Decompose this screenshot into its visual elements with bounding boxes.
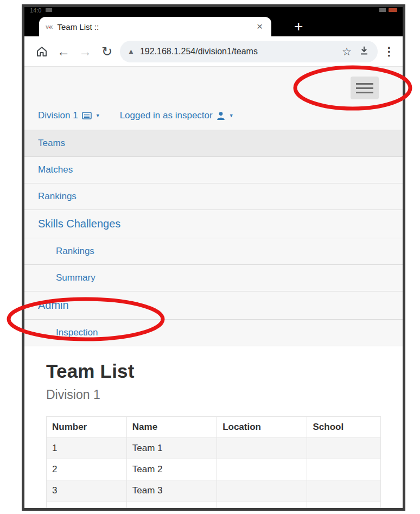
new-tab-button[interactable]: + — [294, 19, 303, 34]
menu-item-label[interactable]: Skills Challenges — [38, 218, 120, 230]
menu-item-admin[interactable]: Admin — [24, 291, 403, 319]
address-bar[interactable]: ▲ 192.168.1.254/division1/teams ☆ — [120, 41, 378, 62]
menu-item-skills-challenges[interactable]: Skills Challenges — [24, 210, 403, 238]
menu-item-label[interactable]: Inspection — [56, 327, 98, 338]
home-button[interactable] — [31, 45, 53, 58]
phone-screen-frame: 14:0 v▪x Team List :: × + ← → ↻ ▲ 192.16… — [22, 4, 405, 511]
menu-item-label[interactable]: Admin — [38, 299, 69, 311]
user-icon — [217, 111, 225, 120]
not-secure-warning-icon[interactable]: ▲ — [128, 47, 135, 55]
table-cell: Team 2 — [126, 459, 217, 480]
chevron-down-icon: ▼ — [229, 113, 234, 118]
table-cell — [307, 480, 381, 502]
page-title: Team List — [46, 360, 381, 382]
download-button[interactable] — [358, 45, 370, 59]
menu-item-label[interactable]: Rankings — [56, 246, 94, 256]
browser-menu-button[interactable]: ⋮ — [382, 45, 396, 58]
browser-tab[interactable]: v▪x Team List :: × — [39, 17, 271, 36]
table-cell — [307, 438, 381, 459]
back-button[interactable]: ← — [53, 45, 74, 58]
table-cell — [307, 502, 381, 511]
page-content: Division 1 ▼ Logged in as inspector ▼ Te… — [24, 67, 403, 511]
table-row: 1Team 1 — [47, 438, 381, 459]
page-subtitle: Division 1 — [46, 388, 381, 402]
hamburger-icon — [356, 83, 373, 85]
status-time: 14:0 — [30, 7, 41, 14]
menu-item-summary[interactable]: Summary — [24, 264, 403, 291]
column-header-school: School — [307, 417, 381, 438]
team-table: NumberNameLocationSchool 1Team 12Team 23… — [46, 416, 381, 511]
reload-button[interactable]: ↻ — [96, 45, 118, 58]
table-cell: 3 — [47, 480, 127, 502]
table-cell — [217, 502, 307, 511]
table-body: 1Team 12Team 23Team 34Team 45Team 5 — [47, 438, 381, 511]
table-cell: 1 — [47, 438, 127, 459]
nav-menu: TeamsMatchesRankingsSkills ChallengesRan… — [24, 130, 403, 346]
table-cell — [217, 438, 307, 459]
menu-item-matches[interactable]: Matches — [24, 156, 403, 183]
division-list-icon — [82, 112, 92, 119]
logged-in-label: Logged in as inspector — [120, 110, 213, 121]
top-nav: Division 1 ▼ Logged in as inspector ▼ — [24, 99, 403, 130]
url-text[interactable]: 192.168.1.254/division1/teams — [140, 47, 339, 56]
menu-item-label[interactable]: Matches — [38, 164, 73, 175]
status-bar: 14:0 — [24, 7, 403, 15]
home-icon — [35, 45, 48, 58]
menu-item-inspection[interactable]: Inspection — [24, 319, 403, 346]
download-icon — [358, 45, 370, 56]
table-cell: Team 3 — [126, 480, 217, 502]
chevron-down-icon: ▼ — [96, 113, 100, 118]
column-header-number: Number — [47, 417, 127, 438]
column-header-location: Location — [217, 417, 307, 438]
forward-button: → — [74, 45, 96, 58]
table-cell — [217, 459, 307, 480]
battery-icon — [389, 8, 397, 12]
user-dropdown[interactable]: Logged in as inspector ▼ — [120, 110, 234, 121]
table-header-row: NumberNameLocationSchool — [47, 417, 381, 438]
browser-tab-bar: v▪x Team List :: × + — [24, 15, 403, 36]
table-cell — [217, 480, 307, 502]
tab-title: Team List :: — [57, 22, 254, 31]
browser-toolbar: ← → ↻ ▲ 192.168.1.254/division1/teams ☆ … — [24, 36, 403, 67]
division-label: Division 1 — [38, 110, 78, 121]
wifi-icon — [379, 8, 386, 12]
menu-item-label[interactable]: Summary — [56, 272, 96, 283]
table-cell: 2 — [47, 459, 127, 480]
menu-item-label[interactable]: Teams — [38, 138, 65, 148]
table-cell: Team 4 — [126, 502, 217, 511]
main-section: Team List Division 1 NumberNameLocationS… — [24, 346, 403, 511]
table-row: 3Team 3 — [47, 480, 381, 502]
table-row: 4Team 4 — [47, 502, 381, 511]
menu-item-label[interactable]: Rankings — [38, 191, 77, 201]
division-dropdown[interactable]: Division 1 ▼ — [38, 110, 100, 121]
table-cell: Team 1 — [126, 438, 217, 459]
status-notification-icon — [46, 8, 52, 12]
table-row: 2Team 2 — [47, 459, 381, 480]
bookmark-star-icon[interactable]: ☆ — [342, 45, 352, 58]
table-cell: 4 — [47, 502, 127, 511]
menu-item-rankings[interactable]: Rankings — [24, 238, 403, 264]
menu-item-teams[interactable]: Teams — [24, 130, 403, 156]
vex-favicon-icon: v▪x — [46, 23, 52, 30]
hamburger-menu-button[interactable] — [351, 77, 379, 99]
column-header-name: Name — [126, 417, 217, 438]
menu-item-rankings[interactable]: Rankings — [24, 183, 403, 210]
table-cell — [307, 459, 381, 480]
tab-close-icon[interactable]: × — [254, 21, 265, 33]
